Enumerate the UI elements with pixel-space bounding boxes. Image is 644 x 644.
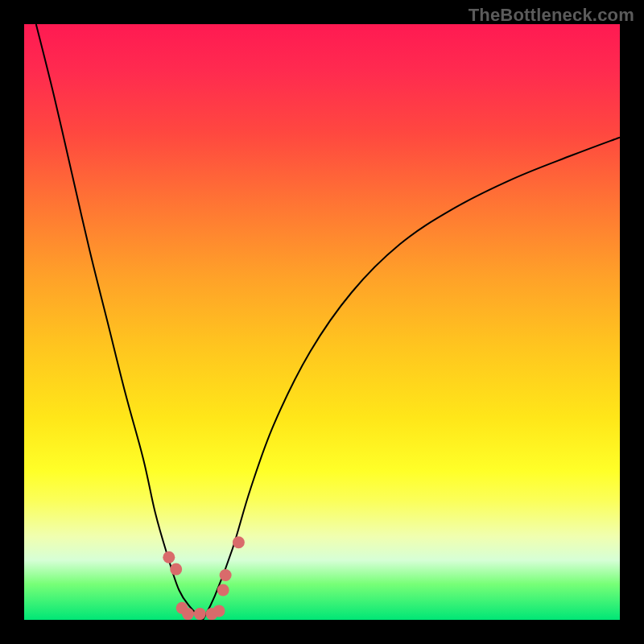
- curve-layer: [36, 24, 620, 620]
- chart-frame: TheBottleneck.com: [0, 0, 644, 644]
- chart-svg: [24, 24, 620, 620]
- curve-left-curve: [36, 24, 203, 620]
- data-marker: [163, 551, 175, 564]
- data-marker: [217, 584, 229, 597]
- data-marker: [220, 569, 232, 581]
- data-marker: [213, 605, 225, 617]
- watermark-text: TheBottleneck.com: [469, 5, 634, 26]
- curve-right-curve: [203, 138, 620, 620]
- data-marker: [182, 608, 194, 620]
- data-marker: [194, 608, 206, 620]
- data-marker: [233, 536, 245, 548]
- plot-area: [24, 24, 620, 620]
- data-marker: [170, 564, 182, 576]
